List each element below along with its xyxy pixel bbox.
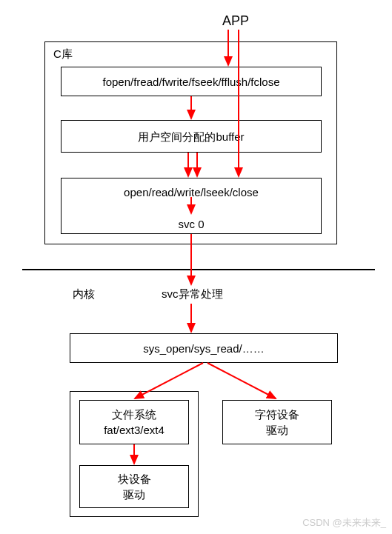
- clib-funcs-text: fopen/fread/fwrite/fseek/fflush/fclose: [102, 74, 279, 90]
- syscalls-box: open/read/write/lseek/close svc 0: [61, 178, 322, 234]
- svg-line-9: [207, 363, 276, 398]
- watermark: CSDN @未来未来_: [302, 516, 386, 530]
- blockdev-line2: 驱动: [123, 487, 145, 502]
- sys-funcs-text: sys_open/sys_read/……: [143, 341, 264, 356]
- clib-label: C库: [53, 47, 73, 61]
- clib-funcs-box: fopen/fread/fwrite/fseek/fflush/fclose: [61, 67, 322, 96]
- svc0-text: svc 0: [178, 216, 204, 232]
- svc-handler-label: svc异常处理: [162, 287, 223, 301]
- user-buffer-box: 用户空间分配的buffer: [61, 120, 322, 153]
- user-buffer-text: 用户空间分配的buffer: [138, 129, 244, 144]
- user-kernel-divider: [22, 269, 375, 270]
- app-label: APP: [222, 13, 249, 29]
- blockdev-box: 块设备 驱动: [79, 465, 189, 508]
- chardev-box: 字符设备 驱动: [222, 400, 332, 444]
- chardev-line2: 驱动: [266, 422, 288, 438]
- sys-funcs-box: sys_open/sys_read/……: [70, 333, 338, 363]
- chardev-line1: 字符设备: [255, 407, 299, 422]
- syscalls-text: open/read/write/lseek/close: [124, 184, 259, 200]
- blockdev-line1: 块设备: [118, 471, 151, 487]
- kernel-label: 内核: [73, 287, 95, 301]
